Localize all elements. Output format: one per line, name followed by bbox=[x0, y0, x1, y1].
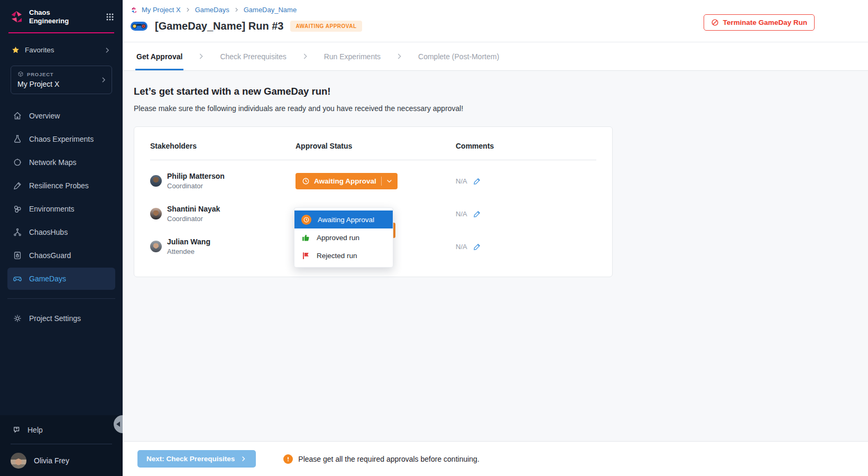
stepper-tabs: Get Approval Check Prerequisites Run Exp… bbox=[123, 42, 868, 71]
page-title: [GameDay_Name] Run #3 bbox=[155, 20, 283, 32]
table-row: Philip Matterson Coordinator Awaiting Ap… bbox=[150, 164, 596, 197]
cube-icon bbox=[17, 71, 24, 77]
terminate-label: Terminate GameDay Run bbox=[723, 19, 807, 26]
option-label: Awaiting Approval bbox=[318, 216, 374, 224]
chevron-right-icon bbox=[395, 52, 403, 60]
sidebar-nav: Overview Chaos Experiments Network Maps … bbox=[0, 105, 123, 290]
app-window: Chaos Engineering Favorites bbox=[0, 0, 868, 476]
option-label: Rejected run bbox=[317, 252, 357, 260]
chevron-right-icon bbox=[104, 47, 111, 54]
collapse-arrow-icon bbox=[116, 422, 120, 427]
sidebar: Chaos Engineering Favorites bbox=[0, 0, 123, 476]
terminate-gameday-run-button[interactable]: Terminate GameDay Run bbox=[704, 14, 815, 31]
sidebar-divider bbox=[7, 298, 115, 299]
bottom-action-bar: Next: Check Prerequisites Please get all… bbox=[123, 441, 868, 476]
tab-label: Complete (Post-Mortem) bbox=[418, 52, 499, 61]
edit-comment-pencil-icon[interactable] bbox=[473, 243, 481, 251]
comment-value: N/A bbox=[456, 210, 467, 218]
dropdown-option-awaiting-approval[interactable]: Awaiting Approval bbox=[294, 210, 393, 228]
tab-run-experiments[interactable]: Run Experiments bbox=[323, 42, 382, 70]
tab-label: Get Approval bbox=[136, 52, 182, 61]
chevron-right-icon bbox=[240, 455, 247, 462]
sidebar-item-label: Environments bbox=[29, 205, 75, 213]
sidebar-item-network-maps[interactable]: Network Maps bbox=[7, 151, 115, 173]
probe-pen-icon bbox=[13, 181, 22, 190]
dropdown-option-rejected-run[interactable]: Rejected run bbox=[294, 246, 393, 264]
project-selector[interactable]: PROJECT My Project X bbox=[11, 66, 112, 94]
edit-comment-pencil-icon[interactable] bbox=[473, 177, 481, 185]
breadcrumb: My Project X GameDays GameDay_Name bbox=[130, 6, 868, 14]
app-switcher-grid-icon[interactable] bbox=[106, 13, 114, 21]
warning-text: Please get all the required approvals be… bbox=[298, 455, 479, 463]
next-check-prerequisites-button[interactable]: Next: Check Prerequisites bbox=[137, 450, 256, 468]
column-header-comments: Comments bbox=[456, 142, 596, 150]
stakeholder-role: Coordinator bbox=[167, 215, 220, 223]
approvals-warning: Please get all the required approvals be… bbox=[283, 454, 479, 464]
network-map-icon bbox=[13, 158, 22, 167]
favorites-label: Favorites bbox=[25, 46, 54, 54]
chevron-down-icon bbox=[386, 178, 393, 185]
content-heading: Let’s get started with a new GameDay run… bbox=[134, 86, 868, 97]
sidebar-item-label: Project Settings bbox=[29, 314, 81, 323]
sidebar-footer: Help Olivia Frey bbox=[0, 415, 123, 476]
tab-label: Run Experiments bbox=[324, 52, 381, 61]
home-icon bbox=[13, 111, 22, 121]
stakeholder-name: Philip Matterson bbox=[167, 172, 225, 180]
stakeholder-name: Julian Wang bbox=[167, 237, 210, 246]
breadcrumb-item-gamedays[interactable]: GameDays bbox=[195, 6, 229, 14]
help-chat-icon bbox=[13, 426, 21, 434]
tab-check-prerequisites[interactable]: Check Prerequisites bbox=[219, 42, 287, 70]
prohibit-icon bbox=[711, 19, 719, 26]
stakeholder-role: Coordinator bbox=[167, 182, 225, 190]
guard-lock-icon bbox=[13, 251, 22, 260]
clock-icon bbox=[302, 177, 310, 185]
sidebar-item-label: Resilience Probes bbox=[29, 181, 89, 190]
favorites-row[interactable]: Favorites bbox=[8, 43, 114, 57]
tab-get-approval[interactable]: Get Approval bbox=[135, 42, 183, 70]
sidebar-item-label: Overview bbox=[29, 112, 60, 120]
sidebar-item-project-settings[interactable]: Project Settings bbox=[7, 307, 115, 329]
warning-icon bbox=[283, 454, 293, 464]
content-area: Let’s get started with a new GameDay run… bbox=[123, 71, 868, 441]
tab-complete-post-mortem[interactable]: Complete (Post-Mortem) bbox=[417, 42, 500, 70]
sidebar-item-environments[interactable]: Environments bbox=[7, 198, 115, 220]
chevron-right-icon bbox=[100, 76, 107, 84]
next-label: Next: Check Prerequisites bbox=[146, 455, 235, 463]
sidebar-item-label: Network Maps bbox=[29, 158, 76, 167]
sidebar-item-chaosguard[interactable]: ChaosGuard bbox=[7, 244, 115, 267]
gamepad-icon bbox=[13, 274, 22, 283]
approval-status-dropdown-button[interactable]: Awaiting Approval bbox=[296, 173, 398, 189]
sidebar-item-gamedays[interactable]: GameDays bbox=[7, 268, 115, 290]
button-divider bbox=[381, 177, 382, 186]
approval-status-dropdown-menu: Awaiting Approval Approved run Rejected … bbox=[294, 207, 393, 268]
help-button[interactable]: Help bbox=[0, 426, 123, 434]
page-header: My Project X GameDays GameDay_Name bbox=[123, 0, 868, 42]
sidebar-item-chaos-experiments[interactable]: Chaos Experiments bbox=[7, 128, 115, 150]
rejected-flag-icon bbox=[301, 251, 310, 260]
option-label: Approved run bbox=[317, 234, 359, 242]
stakeholder-avatar bbox=[150, 208, 162, 219]
sidebar-item-chaoshubs[interactable]: ChaosHubs bbox=[7, 221, 115, 243]
stakeholder-avatar bbox=[150, 241, 162, 252]
environments-icon bbox=[13, 204, 22, 214]
gamepad-color-icon bbox=[130, 20, 148, 32]
thumbs-up-icon bbox=[301, 233, 310, 242]
breadcrumb-item-gameday-name[interactable]: GameDay_Name bbox=[244, 6, 297, 14]
project-name: My Project X bbox=[17, 80, 98, 88]
sidebar-item-label: Chaos Experiments bbox=[29, 135, 94, 143]
hidden-status-button-sliver bbox=[393, 223, 395, 238]
sidebar-item-overview[interactable]: Overview bbox=[7, 105, 115, 127]
user-avatar bbox=[11, 453, 26, 469]
comment-value: N/A bbox=[456, 177, 467, 185]
main-area: My Project X GameDays GameDay_Name bbox=[123, 0, 868, 476]
dropdown-option-approved-run[interactable]: Approved run bbox=[294, 228, 393, 246]
edit-comment-pencil-icon[interactable] bbox=[473, 210, 481, 218]
star-icon bbox=[12, 46, 20, 54]
table-header-row: Stakeholders Approval Status Comments bbox=[150, 142, 596, 150]
awaiting-clock-icon bbox=[301, 215, 311, 225]
sidebar-item-label: GameDays bbox=[29, 274, 66, 283]
brand-name: Chaos Engineering bbox=[29, 8, 69, 25]
sidebar-item-resilience-probes[interactable]: Resilience Probes bbox=[7, 175, 115, 197]
breadcrumb-item-project[interactable]: My Project X bbox=[142, 6, 181, 14]
user-menu[interactable]: Olivia Frey bbox=[0, 453, 123, 469]
